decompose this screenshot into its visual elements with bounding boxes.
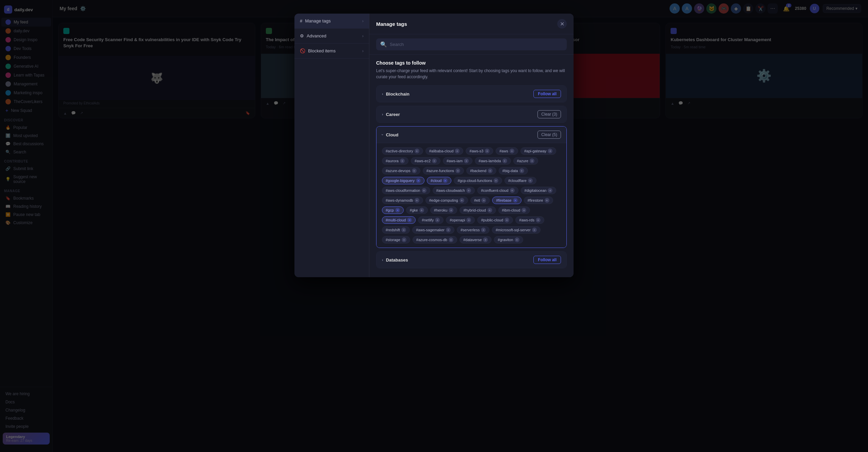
tag-aws-s3[interactable]: #aws-s3+ bbox=[466, 147, 493, 155]
tag-action-icon[interactable]: + bbox=[435, 218, 440, 222]
tag-action-icon[interactable]: + bbox=[481, 228, 486, 232]
tag-action-icon[interactable]: + bbox=[536, 218, 541, 222]
databases-follow-all[interactable]: Follow all bbox=[533, 256, 561, 264]
tag-storage[interactable]: #storage+ bbox=[382, 236, 410, 244]
tag-action-icon[interactable]: + bbox=[401, 228, 406, 232]
tag-ibm-cloud[interactable]: #ibm-cloud+ bbox=[498, 206, 530, 214]
tag-action-icon[interactable]: + bbox=[402, 237, 406, 242]
blockchain-header[interactable]: › Blockchain Follow all bbox=[376, 86, 566, 102]
career-clear[interactable]: Clear (3) bbox=[537, 110, 561, 118]
tag-azure[interactable]: #azure+ bbox=[513, 157, 539, 165]
tag-microsoft-sql-server[interactable]: #microsoft-sql-server+ bbox=[492, 226, 541, 234]
tag-action-icon[interactable]: ✕ bbox=[395, 208, 400, 213]
tag-azure-cosmos-db[interactable]: #azure-cosmos-db+ bbox=[413, 236, 457, 244]
tag-action-icon[interactable]: ✕ bbox=[513, 198, 518, 203]
tag-backend[interactable]: #backend+ bbox=[466, 167, 496, 174]
tag-public-cloud[interactable]: #public-cloud+ bbox=[477, 216, 513, 224]
tag-action-icon[interactable]: + bbox=[446, 228, 451, 232]
tag-action-icon[interactable]: + bbox=[532, 228, 537, 232]
tag-active-directory[interactable]: #active-directory+ bbox=[382, 147, 423, 155]
side-panel-manage-tags[interactable]: # Manage tags › bbox=[294, 14, 369, 29]
tag-action-icon[interactable]: + bbox=[422, 188, 427, 193]
tag-action-icon[interactable]: + bbox=[415, 149, 419, 153]
tag-aws-cloudwatch[interactable]: #aws-cloudwatch+ bbox=[433, 187, 475, 194]
tag-redshift[interactable]: #redshift+ bbox=[382, 226, 410, 234]
tag-action-icon[interactable]: + bbox=[528, 178, 533, 183]
tag-azure-functions[interactable]: #azure-functions+ bbox=[423, 167, 464, 174]
tag-dataverse[interactable]: #dataverse+ bbox=[460, 236, 492, 244]
tag-cloudflare[interactable]: #cloudflare+ bbox=[504, 177, 536, 184]
tag-aws-iam[interactable]: #aws-iam+ bbox=[443, 157, 472, 165]
tag-multi-cloud[interactable]: #multi-cloud✕ bbox=[382, 216, 416, 224]
tag-action-icon[interactable]: + bbox=[449, 237, 453, 242]
tag-action-icon[interactable]: + bbox=[504, 218, 509, 222]
side-panel-advanced[interactable]: ⚙ Advanced › bbox=[294, 29, 369, 44]
tag-action-icon[interactable]: + bbox=[419, 208, 424, 213]
tag-action-icon[interactable]: + bbox=[519, 168, 524, 173]
tag-action-icon[interactable]: + bbox=[548, 188, 552, 193]
career-header[interactable]: › Career Clear (3) bbox=[376, 106, 566, 122]
tag-action-icon[interactable]: + bbox=[488, 168, 493, 173]
tag-firebase[interactable]: #firebase✕ bbox=[492, 197, 521, 204]
tag-action-icon[interactable]: + bbox=[455, 168, 460, 173]
tag-action-icon[interactable]: ✕ bbox=[407, 218, 412, 222]
tag-action-icon[interactable]: + bbox=[483, 237, 488, 242]
tag-gcp[interactable]: #gcp✕ bbox=[382, 206, 404, 214]
tag-edge-computing[interactable]: #edge-computing+ bbox=[425, 197, 468, 204]
tag-action-icon[interactable]: + bbox=[449, 208, 453, 213]
tag-graviton[interactable]: #graviton+ bbox=[494, 236, 523, 244]
tag-action-icon[interactable]: + bbox=[521, 208, 526, 213]
tag-action-icon[interactable]: + bbox=[460, 198, 464, 203]
tag-action-icon[interactable]: + bbox=[432, 158, 437, 163]
tag-action-icon[interactable]: + bbox=[487, 208, 492, 213]
tag-etl[interactable]: #etl+ bbox=[470, 197, 490, 204]
tag-action-icon[interactable]: + bbox=[494, 178, 498, 183]
tag-action-icon[interactable]: + bbox=[545, 198, 549, 203]
tag-aws[interactable]: #aws+ bbox=[496, 147, 518, 155]
tag-digitalocean[interactable]: #digitalocean+ bbox=[521, 187, 557, 194]
tag-cloud[interactable]: #cloud✕ bbox=[427, 177, 451, 184]
tag-gke[interactable]: #gke+ bbox=[406, 206, 428, 214]
tag-action-icon[interactable]: + bbox=[502, 158, 507, 163]
search-input[interactable] bbox=[390, 42, 563, 47]
tag-action-icon[interactable]: ✕ bbox=[416, 178, 421, 183]
tag-action-icon[interactable]: + bbox=[466, 218, 471, 222]
tag-azure-devops[interactable]: #azure-devops+ bbox=[382, 167, 420, 174]
tag-aws-lambda[interactable]: #aws-lambda+ bbox=[475, 157, 511, 165]
cloud-header[interactable]: › Cloud Clear (5) bbox=[376, 127, 566, 143]
tag-action-icon[interactable]: + bbox=[415, 198, 419, 203]
tag-action-icon[interactable]: + bbox=[510, 149, 514, 153]
tag-heroku[interactable]: #heroku+ bbox=[430, 206, 457, 214]
tag-aws-rds[interactable]: #aws-rds+ bbox=[515, 216, 544, 224]
tag-firestore[interactable]: #firestore+ bbox=[524, 197, 553, 204]
tag-action-icon[interactable]: ✕ bbox=[443, 178, 448, 183]
tag-serverless[interactable]: #serverless+ bbox=[457, 226, 489, 234]
tag-hybrid-cloud[interactable]: #hybrid-cloud+ bbox=[460, 206, 496, 214]
tag-netlify[interactable]: #netlify+ bbox=[418, 216, 444, 224]
tag-aws-dynamodb[interactable]: #aws-dynamodb+ bbox=[382, 197, 423, 204]
tag-action-icon[interactable]: + bbox=[510, 188, 515, 193]
tag-gcp-cloud-functions[interactable]: #gcp-cloud-functions+ bbox=[454, 177, 502, 184]
tag-aws-ec2[interactable]: #aws-ec2+ bbox=[411, 157, 440, 165]
tag-action-icon[interactable]: + bbox=[400, 158, 405, 163]
tag-action-icon[interactable]: + bbox=[464, 158, 469, 163]
tag-api-gateway[interactable]: #api-gateway+ bbox=[520, 147, 556, 155]
tag-action-icon[interactable]: + bbox=[481, 198, 486, 203]
modal-overlay[interactable]: # Manage tags › ⚙ Advanced › 🚫 Blocked i… bbox=[0, 0, 868, 452]
tag-action-icon[interactable]: + bbox=[466, 188, 471, 193]
close-button[interactable]: ✕ bbox=[557, 19, 567, 29]
tag-action-icon[interactable]: + bbox=[548, 149, 552, 153]
tag-aws-sagemaker[interactable]: #aws-sagemaker+ bbox=[412, 226, 454, 234]
tag-openapi[interactable]: #openapi+ bbox=[446, 216, 475, 224]
tag-action-icon[interactable]: + bbox=[412, 168, 417, 173]
tag-action-icon[interactable]: + bbox=[485, 149, 489, 153]
tag-confluent-cloud[interactable]: #confluent-cloud+ bbox=[477, 187, 518, 194]
tag-action-icon[interactable]: + bbox=[455, 149, 460, 153]
tag-action-icon[interactable]: + bbox=[515, 237, 519, 242]
tag-alibaba-cloud[interactable]: #alibaba-cloud+ bbox=[425, 147, 464, 155]
tag-aurora[interactable]: #aurora+ bbox=[382, 157, 408, 165]
tag-google-bigquery[interactable]: #google-bigquery✕ bbox=[382, 177, 424, 184]
cloud-clear[interactable]: Clear (5) bbox=[537, 131, 561, 139]
side-panel-blocked-items[interactable]: 🚫 Blocked items › bbox=[294, 44, 369, 58]
databases-header[interactable]: › Databases Follow all bbox=[376, 252, 566, 268]
